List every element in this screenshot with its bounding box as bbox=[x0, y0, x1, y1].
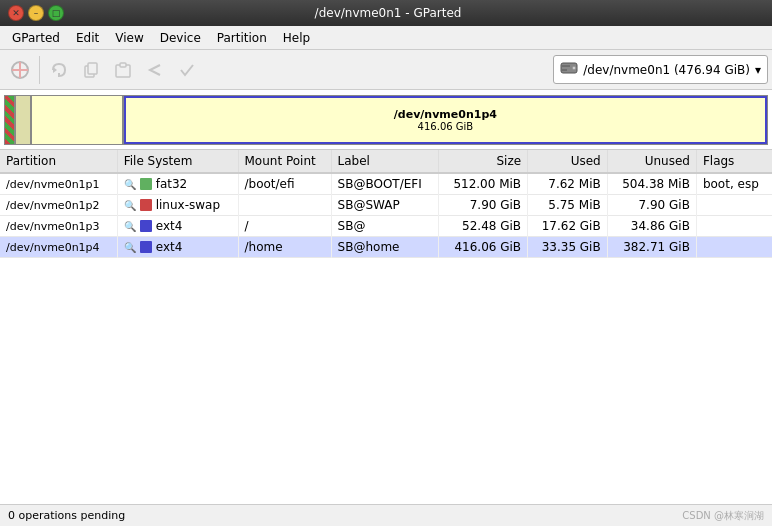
col-label: Label bbox=[331, 150, 438, 173]
fs-color-icon bbox=[140, 178, 152, 190]
gparted-icon bbox=[10, 60, 30, 80]
col-filesystem: File System bbox=[117, 150, 238, 173]
partition-flags bbox=[696, 237, 772, 258]
partition-size: 416.06 GiB bbox=[438, 237, 527, 258]
minimize-button[interactable]: – bbox=[28, 5, 44, 21]
device-selector[interactable]: /dev/nvme0n1 (476.94 GiB) ▾ bbox=[553, 55, 768, 84]
operations-pending: 0 operations pending bbox=[8, 509, 125, 522]
table-row[interactable]: /dev/nvme0n1p3🔍ext4/SB@52.48 GiB17.62 Gi… bbox=[0, 216, 772, 237]
menu-partition[interactable]: Partition bbox=[209, 29, 275, 47]
table-row[interactable]: /dev/nvme0n1p1🔍fat32/boot/efiSB@BOOT/EFI… bbox=[0, 173, 772, 195]
paste-icon bbox=[114, 61, 132, 79]
statusbar: 0 operations pending CSDN @林寒涧湖 bbox=[0, 504, 772, 526]
copy-icon bbox=[82, 61, 100, 79]
fs-label: ext4 bbox=[156, 219, 183, 233]
disk-part-p1[interactable] bbox=[5, 96, 16, 144]
col-unused: Unused bbox=[607, 150, 696, 173]
partition-bar: /dev/nvme0n1p4 416.06 GiB bbox=[4, 95, 768, 145]
titlebar: ✕ – □ /dev/nvme0n1 - GParted bbox=[0, 0, 772, 26]
undo-op-icon bbox=[146, 61, 164, 79]
partition-table: Partition File System Mount Point Label … bbox=[0, 150, 772, 258]
filesystem-cell: 🔍ext4 bbox=[117, 216, 238, 237]
partition-name: /dev/nvme0n1p1 bbox=[0, 173, 117, 195]
filesystem-cell: 🔍linux-swap bbox=[117, 195, 238, 216]
partition-size: 52.48 GiB bbox=[438, 216, 527, 237]
partition-label: SB@BOOT/EFI bbox=[331, 173, 438, 195]
apply-icon bbox=[178, 61, 196, 79]
menu-help[interactable]: Help bbox=[275, 29, 318, 47]
watermark: CSDN @林寒涧湖 bbox=[682, 509, 764, 523]
disk-visual: /dev/nvme0n1p4 416.06 GiB bbox=[0, 90, 772, 150]
col-mountpoint: Mount Point bbox=[238, 150, 331, 173]
mount-point bbox=[238, 195, 331, 216]
search-small-icon: 🔍 bbox=[124, 179, 136, 190]
undo-button[interactable] bbox=[43, 54, 75, 86]
disk-part-p3[interactable] bbox=[32, 96, 124, 144]
search-small-icon: 🔍 bbox=[124, 200, 136, 211]
apply-button[interactable] bbox=[171, 54, 203, 86]
hdd-icon bbox=[560, 59, 578, 80]
partition-unused: 7.90 GiB bbox=[607, 195, 696, 216]
partition-table-container: Partition File System Mount Point Label … bbox=[0, 150, 772, 504]
menu-view[interactable]: View bbox=[107, 29, 151, 47]
svg-rect-7 bbox=[120, 63, 126, 67]
gparted-button[interactable] bbox=[4, 54, 36, 86]
partition-used: 33.35 GiB bbox=[528, 237, 608, 258]
partition-label: SB@home bbox=[331, 237, 438, 258]
menu-edit[interactable]: Edit bbox=[68, 29, 107, 47]
fs-label: ext4 bbox=[156, 240, 183, 254]
filesystem-cell: 🔍ext4 bbox=[117, 237, 238, 258]
partition-size: 512.00 MiB bbox=[438, 173, 527, 195]
partition-flags bbox=[696, 195, 772, 216]
table-row[interactable]: /dev/nvme0n1p2🔍linux-swapSB@SWAP7.90 GiB… bbox=[0, 195, 772, 216]
disk-part-p4[interactable]: /dev/nvme0n1p4 416.06 GiB bbox=[124, 96, 767, 144]
device-label: /dev/nvme0n1 (476.94 GiB) bbox=[583, 63, 750, 77]
table-body: /dev/nvme0n1p1🔍fat32/boot/efiSB@BOOT/EFI… bbox=[0, 173, 772, 258]
mount-point: /home bbox=[238, 237, 331, 258]
partition-name: /dev/nvme0n1p2 bbox=[0, 195, 117, 216]
partition-used: 7.62 MiB bbox=[528, 173, 608, 195]
menubar: GParted Edit View Device Partition Help bbox=[0, 26, 772, 50]
maximize-button[interactable]: □ bbox=[48, 5, 64, 21]
disk-icon bbox=[560, 59, 578, 77]
chevron-down-icon: ▾ bbox=[755, 63, 761, 77]
disk-part-p4-label: /dev/nvme0n1p4 bbox=[394, 108, 497, 121]
paste-button[interactable] bbox=[107, 54, 139, 86]
close-button[interactable]: ✕ bbox=[8, 5, 24, 21]
menu-gparted[interactable]: GParted bbox=[4, 29, 68, 47]
fs-label: linux-swap bbox=[156, 198, 220, 212]
partition-name: /dev/nvme0n1p3 bbox=[0, 216, 117, 237]
search-small-icon: 🔍 bbox=[124, 242, 136, 253]
disk-part-p4-size: 416.06 GiB bbox=[418, 121, 474, 132]
partition-unused: 382.71 GiB bbox=[607, 237, 696, 258]
svg-point-9 bbox=[572, 66, 576, 70]
partition-size: 7.90 GiB bbox=[438, 195, 527, 216]
partition-used: 5.75 MiB bbox=[528, 195, 608, 216]
copy-button[interactable] bbox=[75, 54, 107, 86]
fs-color-icon bbox=[140, 199, 152, 211]
filesystem-cell: 🔍fat32 bbox=[117, 173, 238, 195]
undo-op-button[interactable] bbox=[139, 54, 171, 86]
partition-unused: 504.38 MiB bbox=[607, 173, 696, 195]
window-title: /dev/nvme0n1 - GParted bbox=[64, 6, 712, 20]
col-size: Size bbox=[438, 150, 527, 173]
partition-name: /dev/nvme0n1p4 bbox=[0, 237, 117, 258]
fs-color-icon bbox=[140, 241, 152, 253]
svg-marker-3 bbox=[53, 67, 57, 73]
disk-part-p2[interactable] bbox=[16, 96, 32, 144]
fs-color-icon bbox=[140, 220, 152, 232]
separator-1 bbox=[39, 56, 40, 84]
partition-label: SB@ bbox=[331, 216, 438, 237]
col-used: Used bbox=[528, 150, 608, 173]
col-flags: Flags bbox=[696, 150, 772, 173]
mount-point: / bbox=[238, 216, 331, 237]
search-small-icon: 🔍 bbox=[124, 221, 136, 232]
partition-unused: 34.86 GiB bbox=[607, 216, 696, 237]
toolbar: /dev/nvme0n1 (476.94 GiB) ▾ bbox=[0, 50, 772, 90]
svg-rect-5 bbox=[88, 63, 97, 74]
table-header-row: Partition File System Mount Point Label … bbox=[0, 150, 772, 173]
col-partition: Partition bbox=[0, 150, 117, 173]
table-row[interactable]: /dev/nvme0n1p4🔍ext4/homeSB@home416.06 Gi… bbox=[0, 237, 772, 258]
undo-icon bbox=[50, 61, 68, 79]
menu-device[interactable]: Device bbox=[152, 29, 209, 47]
